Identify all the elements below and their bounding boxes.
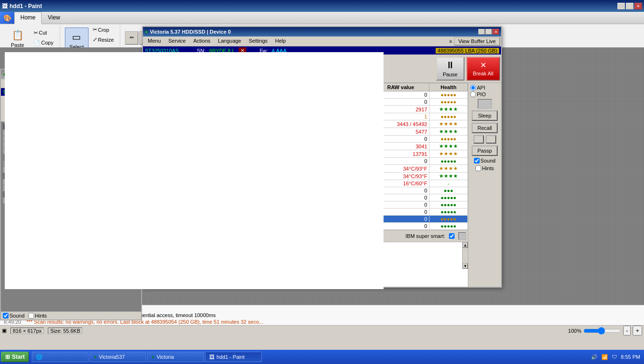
td-health: ●●●●● — [429, 91, 468, 99]
api-pio-radio-group: API PIO — [470, 85, 499, 97]
start-button[interactable]: ⊞ Start — [1, 352, 29, 362]
taskbar-victoria2-item[interactable]: + Victoria — [147, 352, 204, 362]
cut-button[interactable]: ✂ Cut — [31, 28, 56, 37]
td-health: ●●●●● — [429, 216, 468, 223]
hints-checkbox[interactable] — [475, 165, 481, 171]
small-btn-left[interactable] — [474, 135, 484, 144]
taskbar-ie[interactable]: 🌐 — [32, 352, 89, 362]
clipboard-secondary: ✂ Cut 📄 Copy — [31, 28, 56, 47]
log-scrollbar[interactable]: ▲ ▼ — [462, 242, 468, 269]
bg-sound-checkbox[interactable] — [3, 313, 9, 318]
td-health: ★★★★ — [429, 128, 468, 136]
menu-item-language[interactable]: Language — [214, 37, 245, 46]
zoom-in-button[interactable]: + — [633, 326, 642, 336]
taskbar-paint-item[interactable]: 🖼 hdd1 - Paint — [205, 352, 262, 362]
bg-hints-checkbox[interactable] — [28, 313, 34, 318]
resize-label: Resize — [98, 37, 114, 43]
pio-radio-item[interactable]: PIO — [470, 91, 499, 97]
victoria-bg-bottom: Sound Hints — [1, 311, 141, 319]
tab-view[interactable]: View — [42, 12, 66, 24]
bg-hints-cb[interactable]: Hints — [28, 313, 47, 318]
drive-lba: 488395055 LBA (250 GB) — [436, 48, 499, 54]
log-scroll-down[interactable]: ▼ — [463, 263, 468, 269]
copy-icon: 📄 — [34, 40, 40, 46]
hints-checkbox-group[interactable]: Hints — [475, 165, 494, 171]
copy-button[interactable]: 📄 Copy — [31, 38, 56, 47]
taskbar: ⊞ Start 🌐 + Victoria537 + Victoria 🖼 hdd… — [0, 350, 644, 364]
paint-title-text: hdd1 - Paint — [9, 3, 42, 9]
break-label: Break All — [473, 71, 493, 76]
taskbar-volume-icon: 📶 — [601, 354, 608, 360]
paint-title: 🖼 hdd1 - Paint — [2, 3, 42, 9]
paint-task-label: hdd1 - Paint — [216, 354, 244, 360]
crop-icon: ✂ — [93, 27, 97, 33]
victoria-maximize-button[interactable]: □ — [485, 29, 492, 35]
recall-button[interactable]: Recall — [472, 123, 498, 133]
statusbar-zoom: 100% — [568, 328, 581, 334]
victoria-right-panel: API PIO Sleep Recall Passp Sound — [468, 83, 501, 287]
paste-icon: 📋 — [10, 28, 25, 42]
menu-item-menu[interactable]: Menu — [144, 37, 165, 46]
break-all-button[interactable]: ✕ Break All — [466, 57, 500, 81]
ibm-small-box[interactable] — [458, 232, 466, 240]
paint-logo-button[interactable]: 🎨 — [0, 12, 14, 24]
paint-maximize-button[interactable]: □ — [626, 3, 634, 9]
passp-button[interactable]: Passp — [472, 146, 498, 156]
view-buffer-button[interactable]: View Buffer Live — [454, 37, 500, 46]
log-scroll-up[interactable]: ▲ — [463, 242, 468, 248]
clipboard-tools: 📋 Paste ✂ Cut 📄 Copy — [6, 25, 56, 50]
pause-icon: ⏸ — [446, 60, 455, 71]
pencil-tool[interactable]: ✏ — [125, 31, 138, 45]
statusbar-icon: ▣ — [2, 328, 7, 334]
api-radio[interactable] — [470, 85, 476, 91]
bg-sound-cb[interactable]: Sound — [3, 313, 25, 318]
taskbar-network-icon: 🔊 — [591, 354, 598, 360]
pause-label: Pause — [443, 72, 457, 77]
victoria-toolbar-right: ⏸ Pause ✕ Break All — [436, 57, 500, 81]
paint-minimize-button[interactable]: _ — [617, 3, 625, 9]
sleep-button[interactable]: Sleep — [472, 110, 498, 121]
small-buttons-row — [474, 135, 496, 144]
cut-label: Cut — [39, 30, 47, 36]
taskbar-right: 🔊 📶 🛡 8:55 PM — [587, 354, 644, 360]
paint-win-controls: _ □ ✕ — [617, 3, 642, 9]
victoria-titlebar: + Victoria 5.37 HDD/SSD | Device 0 _ □ ✕ — [143, 27, 501, 36]
paint-close-button[interactable]: ✕ — [635, 3, 642, 9]
zoom-out-button[interactable]: - — [623, 326, 631, 336]
taskbar-items: 🌐 + Victoria537 + Victoria 🖼 hdd1 - Pain… — [32, 352, 587, 362]
menu-expand-icon[interactable]: ≡ — [449, 39, 452, 44]
sound-checkbox-group[interactable]: Sound — [474, 158, 496, 164]
ibm-super-smart-checkbox[interactable] — [449, 233, 455, 239]
taskbar-security-icon: 🛡 — [612, 354, 617, 360]
crop-label: Crop — [98, 27, 109, 33]
small-btn-right[interactable] — [486, 135, 496, 144]
td-health: ●●●●● — [429, 201, 468, 209]
resize-button[interactable]: ⤢ Resize — [90, 35, 116, 44]
th-health: Health — [429, 83, 468, 91]
tab-home[interactable]: Home — [14, 12, 42, 24]
victoria-close-button[interactable]: ✕ — [492, 29, 499, 35]
td-health: ●●●●● — [429, 113, 468, 120]
victoria-plus-icon: + — [145, 29, 148, 35]
break-icon: ✕ — [480, 61, 486, 70]
pio-radio[interactable] — [470, 91, 476, 97]
sound-checkbox[interactable] — [474, 158, 480, 164]
victoria-minimize-button[interactable]: _ — [478, 29, 485, 35]
paint-titlebar: 🖼 hdd1 - Paint _ □ ✕ — [0, 0, 644, 12]
victoria2-task-label: Victoria — [157, 354, 174, 360]
td-health: - — [429, 180, 468, 187]
paste-button[interactable]: 📋 Paste — [6, 26, 29, 50]
menu-item-service[interactable]: Service — [165, 37, 190, 46]
canvas-white[interactable] — [5, 52, 384, 289]
menu-item-settings[interactable]: Settings — [245, 37, 271, 46]
api-radio-item[interactable]: API — [470, 85, 499, 91]
crop-button[interactable]: ✂ Crop — [90, 25, 116, 34]
menu-item-help[interactable]: Help — [271, 37, 290, 46]
zoom-slider[interactable] — [583, 327, 621, 335]
pause-button[interactable]: ⏸ Pause — [436, 57, 465, 81]
menu-item-actions[interactable]: Actions — [189, 37, 214, 46]
api-label: API — [477, 85, 485, 91]
taskbar-victoria-item[interactable]: + Victoria537 — [89, 352, 146, 362]
ie-icon: 🌐 — [36, 354, 43, 360]
select-icon: ▭ — [69, 30, 84, 44]
